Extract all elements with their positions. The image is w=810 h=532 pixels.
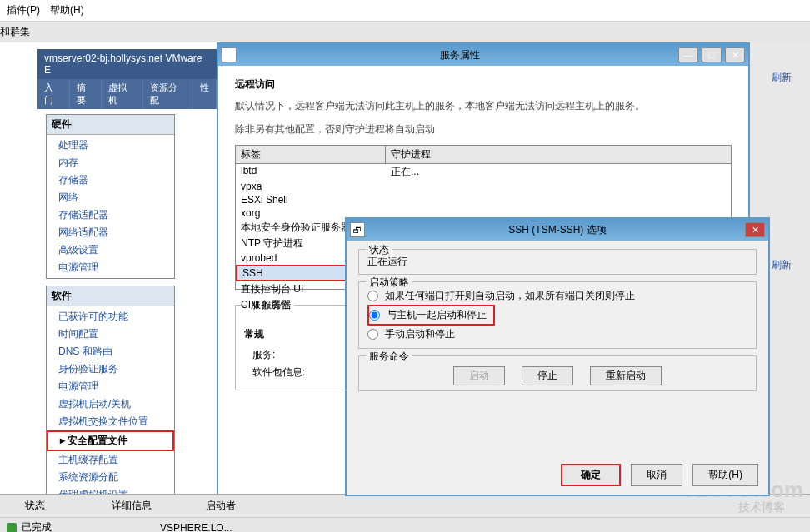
sw-sys-resource[interactable]: 系统资源分配 <box>47 469 174 486</box>
policy-radio-3[interactable] <box>368 329 378 340</box>
ssh-dialog-icon: 🗗 <box>350 222 365 237</box>
sw-vm-startup[interactable]: 虚拟机启动/关机 <box>47 395 174 413</box>
sw-auth[interactable]: 身份验证服务 <box>47 360 174 378</box>
sw-dns[interactable]: DNS 和路由 <box>47 343 174 360</box>
service-dialog-title: 服务属性 <box>242 48 678 62</box>
service-dialog-titlebar[interactable]: 🗗 服务属性 — □ ✕ <box>218 44 748 66</box>
policy-opt1-row[interactable]: 如果任何端口打开则自动启动，如果所有端口关闭则停止 <box>368 287 748 305</box>
service-props-legend: 服务属性 <box>248 298 294 312</box>
hw-storage[interactable]: 存储器 <box>47 172 174 189</box>
software-panel: 软件 已获许可的功能 时间配置 DNS 和路由 身份验证服务 电源管理 虚拟机启… <box>46 286 175 506</box>
hw-network-adapter[interactable]: 网络适配器 <box>47 224 174 241</box>
commands-group: 服务命令 启动 停止 重新启动 <box>358 355 757 391</box>
subtitle-bar: 和群集 <box>0 22 810 42</box>
stop-button[interactable]: 停止 <box>522 366 573 385</box>
policy-group: 启动策略 如果任何端口打开则自动启动，如果所有端口关闭则停止 与主机一起启动和停… <box>358 281 757 349</box>
ssh-dialog-titlebar[interactable]: 🗗 SSH (TSM-SSH) 选项 ✕ <box>347 219 768 241</box>
sw-time[interactable]: 时间配置 <box>47 326 174 343</box>
policy-opt1-label: 如果任何端口打开则自动启动，如果所有端口关闭则停止 <box>385 289 635 303</box>
start-button: 启动 <box>453 366 505 385</box>
sw-host-cache[interactable]: 主机缓存配置 <box>47 451 174 469</box>
policy-opt3-row[interactable]: 手动启动和停止 <box>368 326 748 343</box>
policy-opt2-row[interactable]: 与主机一起启动和停止 <box>368 305 495 326</box>
svc-row-vpxa[interactable]: vpxa <box>236 180 731 193</box>
status-row[interactable]: 已完成 VSPHERE.LO... <box>0 518 810 532</box>
sw-security-profile[interactable]: 安全配置文件 <box>47 430 174 451</box>
policy-opt3-label: 手动启动和停止 <box>385 327 455 341</box>
host-header: vmserver02-bj.hollysys.net VMware E <box>38 49 217 79</box>
th-daemon[interactable]: 守护进程 <box>386 146 731 163</box>
remote-access-text2: 除非另有其他配置，否则守护进程将自动启动 <box>235 122 732 137</box>
remote-access-text: 默认情况下，远程客户端无法访问此主机上的服务，本地客户端无法访问远程主机上的服务… <box>235 98 732 113</box>
status-header: 状态 <box>0 497 70 515</box>
left-panel: vmserver02-bj.hollysys.net VMware E 入门 摘… <box>0 42 217 531</box>
sw-power[interactable]: 电源管理 <box>47 378 174 395</box>
hardware-header: 硬件 <box>47 115 174 135</box>
hw-memory[interactable]: 内存 <box>47 154 174 172</box>
status-sphere: VSPHERE.LO... <box>160 522 232 533</box>
maximize-button[interactable]: □ <box>702 47 722 62</box>
tab-summary[interactable]: 摘要 <box>70 79 102 109</box>
service-label: 服务: <box>252 348 336 362</box>
sw-license[interactable]: 已获许可的功能 <box>47 308 174 326</box>
initiator-header: 启动者 <box>181 497 261 515</box>
help-button[interactable]: 帮助(H) <box>692 464 758 486</box>
refresh-link-2[interactable]: 刷新 <box>768 255 810 276</box>
restart-button[interactable]: 重新启动 <box>590 366 662 385</box>
ssh-close-button[interactable]: ✕ <box>745 222 765 237</box>
details-header: 详细信息 <box>87 497 177 515</box>
hardware-panel: 硬件 处理器 内存 存储器 网络 存储适配器 网络适配器 高级设置 电源管理 <box>46 114 175 279</box>
minimize-button[interactable]: — <box>678 47 698 62</box>
policy-radio-2[interactable] <box>369 310 380 321</box>
policy-radio-1[interactable] <box>368 291 378 301</box>
watermark-sub: 技术博客 <box>738 500 785 515</box>
hw-power[interactable]: 电源管理 <box>47 259 174 276</box>
ssh-dialog-title: SSH (TSM-SSH) 选项 <box>370 223 745 237</box>
policy-legend: 启动策略 <box>366 276 412 290</box>
right-sidebar: 刷新 刷新 <box>768 67 810 276</box>
hw-processors[interactable]: 处理器 <box>47 137 174 154</box>
policy-opt2-label: 与主机一起启动和停止 <box>387 308 487 322</box>
status-done-text: 已完成 <box>22 520 52 532</box>
ssh-options-dialog: 🗗 SSH (TSM-SSH) 选项 ✕ 状态 正在运行 启动策略 如果任何端口… <box>345 217 770 496</box>
refresh-link-1[interactable]: 刷新 <box>768 67 810 88</box>
menu-help[interactable]: 帮助(H) <box>50 3 84 17</box>
tab-resources[interactable]: 资源分配 <box>143 79 193 109</box>
sw-vm-swap[interactable]: 虚拟机交换文件位置 <box>47 413 174 430</box>
svc-row-lbtd[interactable]: lbtd正在... <box>236 164 731 180</box>
services-table-head: 标签 守护进程 <box>236 146 731 164</box>
status-legend: 状态 <box>366 243 392 257</box>
menu-plugins[interactable]: 插件(P) <box>7 3 40 17</box>
hw-advanced[interactable]: 高级设置 <box>47 241 174 259</box>
top-menu: 插件(P) 帮助(H) <box>0 0 810 22</box>
cancel-button[interactable]: 取消 <box>631 464 682 486</box>
svc-row-esxi[interactable]: ESXi Shell <box>236 193 731 206</box>
status-done-icon <box>7 523 17 533</box>
tab-bar: 入门 摘要 虚拟机 资源分配 性 <box>38 79 217 109</box>
commands-legend: 服务命令 <box>366 350 412 364</box>
remote-access-title: 远程访问 <box>235 77 732 92</box>
ok-button[interactable]: 确定 <box>561 464 621 486</box>
hw-storage-adapter[interactable]: 存储适配器 <box>47 206 174 224</box>
package-label: 软件包信息: <box>252 365 336 380</box>
tab-start[interactable]: 入门 <box>38 79 70 109</box>
tab-perf[interactable]: 性 <box>193 79 217 109</box>
status-value: 正在运行 <box>368 255 748 269</box>
software-header: 软件 <box>47 286 174 306</box>
close-button[interactable]: ✕ <box>725 47 745 62</box>
hw-network[interactable]: 网络 <box>47 189 174 206</box>
tab-vms[interactable]: 虚拟机 <box>102 79 142 109</box>
status-group: 状态 正在运行 <box>358 249 757 275</box>
th-label[interactable]: 标签 <box>236 146 386 163</box>
dialog-icon: 🗗 <box>222 47 237 62</box>
